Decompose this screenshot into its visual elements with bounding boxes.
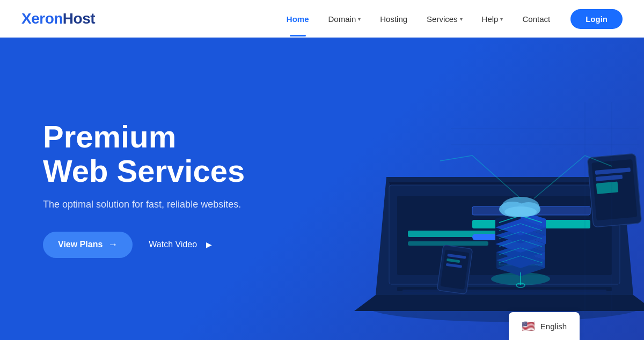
language-selector[interactable]: 🇺🇸 English	[509, 312, 580, 340]
nav-hosting[interactable]: Hosting	[372, 10, 415, 28]
watch-video-button[interactable]: Watch Video ▶	[149, 238, 215, 251]
svg-point-28	[504, 206, 537, 217]
hero-title: Premium Web Services	[43, 120, 245, 188]
nav-help[interactable]: Help ▾	[474, 10, 511, 28]
header: XeronHost Home Domain ▾ Hosting Services…	[0, 0, 644, 38]
nav-domain[interactable]: Domain ▾	[321, 10, 369, 28]
navigation: Home Domain ▾ Hosting Services ▾ Help ▾ …	[279, 9, 623, 29]
svg-rect-9	[402, 290, 606, 291]
svg-rect-10	[402, 292, 606, 294]
svg-rect-4	[408, 241, 488, 246]
logo-host: Host	[63, 10, 95, 27]
arrow-right-icon: →	[108, 239, 118, 250]
hero-buttons: View Plans → Watch Video ▶	[43, 232, 245, 258]
chevron-down-icon: ▾	[460, 16, 463, 22]
language-label: English	[540, 322, 567, 331]
view-plans-button[interactable]: View Plans →	[43, 232, 133, 258]
flag-icon: 🇺🇸	[522, 320, 535, 332]
logo[interactable]: XeronHost	[21, 10, 95, 27]
hero-section: Premium Web Services The optimal solutio…	[0, 38, 644, 340]
logo-xeron: Xeron	[21, 10, 63, 27]
svg-rect-35	[596, 181, 619, 194]
nav-contact[interactable]: Contact	[515, 10, 558, 28]
hero-illustration	[279, 38, 644, 340]
hero-content: Premium Web Services The optimal solutio…	[0, 120, 245, 258]
chevron-down-icon: ▾	[358, 16, 361, 22]
nav-services[interactable]: Services ▾	[419, 10, 470, 28]
server-illustration	[290, 48, 644, 338]
hero-subtitle: The optimal solution for fast, reliable …	[43, 199, 245, 210]
login-button[interactable]: Login	[570, 9, 623, 29]
nav-home[interactable]: Home	[279, 10, 317, 28]
chevron-down-icon: ▾	[500, 16, 503, 22]
play-icon: ▶	[202, 238, 215, 251]
